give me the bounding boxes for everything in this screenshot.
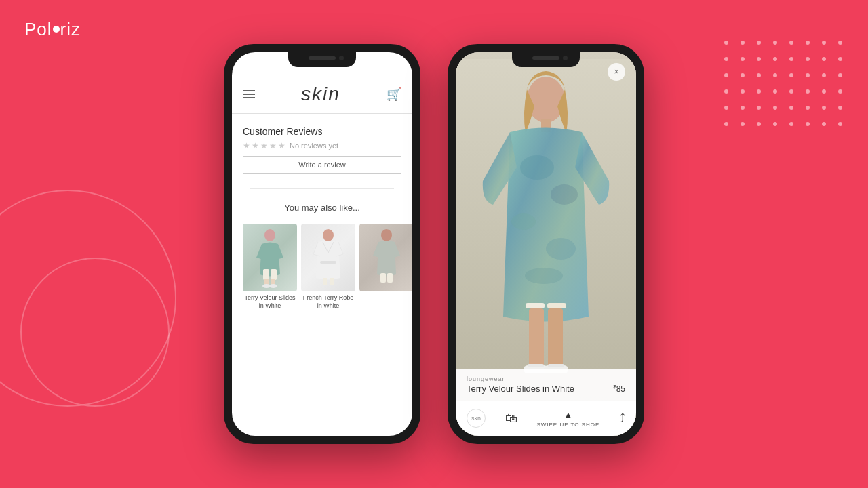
stars-display: ★ ★ ★ ★ ★: [243, 141, 285, 150]
phone-screen-right: × loungewear Terry Velour Slides in Whit…: [456, 52, 636, 436]
product-figure-1: [250, 227, 290, 288]
product-info-bar: loungewear Terry Velour Slides in White …: [456, 369, 636, 401]
bag-icon[interactable]: 🛍: [505, 411, 517, 426]
svg-point-6: [269, 284, 277, 288]
svg-rect-8: [320, 261, 336, 264]
product-category: loungewear: [467, 375, 625, 382]
swipe-up-label: SWIPE UP TO SHOP: [536, 422, 599, 428]
phone1-header: skin 🛒: [232, 78, 412, 108]
brand-icon[interactable]: skn: [467, 409, 486, 428]
svg-point-15: [527, 77, 565, 123]
svg-rect-10: [330, 278, 334, 285]
no-reviews-text: No reviews yet: [290, 142, 338, 150]
svg-rect-2: [271, 269, 277, 280]
chevron-up-icon: ▲: [564, 409, 573, 420]
svg-rect-29: [548, 364, 564, 367]
svg-rect-22: [526, 303, 545, 308]
share-icon[interactable]: ⤴: [619, 411, 625, 426]
phone-left: skin 🛒 Customer Reviews ★ ★ ★ ★ ★: [224, 44, 420, 444]
product-img-2: [301, 224, 355, 291]
stars-row: ★ ★ ★ ★ ★ No reviews yet: [243, 141, 401, 150]
svg-rect-13: [387, 273, 393, 283]
app-logo: Polriz: [24, 19, 81, 40]
star-3: ★: [260, 141, 268, 150]
section-divider: [250, 188, 395, 189]
svg-point-19: [511, 214, 536, 230]
svg-rect-24: [529, 308, 544, 369]
product-card-1[interactable]: Terry Velour Slides in White: [243, 224, 297, 310]
star-1: ★: [243, 141, 250, 150]
product-figure-3: [366, 227, 407, 288]
phone-screen-left: skin 🛒 Customer Reviews ★ ★ ★ ★ ★: [232, 52, 412, 436]
phone-right: × loungewear Terry Velour Slides in Whit…: [448, 44, 644, 444]
product-figure-2: [308, 227, 349, 288]
product-name: Terry Velour Slides in White: [467, 384, 574, 394]
model-image: [456, 59, 636, 418]
star-4: ★: [269, 141, 277, 150]
svg-rect-28: [528, 364, 544, 367]
product-title-1: Terry Velour Slides in White: [243, 294, 297, 310]
svg-point-0: [264, 229, 275, 241]
svg-point-11: [381, 229, 392, 241]
star-5: ★: [278, 141, 285, 150]
you-may-like-section: You may also like...: [232, 197, 412, 221]
notch-camera: [339, 56, 344, 60]
phones-container: skin 🛒 Customer Reviews ★ ★ ★ ★ ★: [224, 44, 644, 444]
notch-speaker: [309, 56, 336, 60]
cart-icon[interactable]: 🛒: [387, 87, 401, 102]
product-price: $85: [613, 384, 625, 394]
brand-name: skin: [301, 83, 340, 105]
svg-rect-1: [263, 269, 269, 280]
dot-grid-decoration: [724, 41, 848, 131]
svg-point-21: [525, 268, 563, 284]
bottom-bar: skn 🛍 ▲ SWIPE UP TO SHOP ⤴: [456, 401, 636, 436]
star-2: ★: [252, 141, 259, 150]
product-photo: × loungewear Terry Velour Slides in Whit…: [456, 52, 636, 436]
product-img-1: [243, 224, 297, 291]
products-row: Terry Velour Slides in White: [232, 221, 412, 312]
product-img-3: [359, 224, 412, 291]
notch-speaker-right: [532, 56, 559, 60]
phone-notch-left: [288, 52, 356, 67]
svg-rect-25: [548, 308, 563, 369]
logo-dot: [53, 26, 60, 33]
you-may-like-title: You may also like...: [243, 203, 401, 213]
close-button[interactable]: ×: [608, 63, 625, 81]
svg-rect-12: [380, 273, 386, 283]
svg-rect-23: [547, 303, 566, 308]
brand-abbr: skn: [471, 415, 481, 422]
phone2-content: × loungewear Terry Velour Slides in Whit…: [456, 52, 636, 436]
product-title-2: French Terry Robe in White: [301, 294, 355, 310]
product-card-3[interactable]: [359, 224, 412, 310]
write-review-button[interactable]: Write a review: [243, 156, 401, 174]
phone1-content: skin 🛒 Customer Reviews ★ ★ ★ ★ ★: [232, 52, 412, 436]
svg-rect-9: [323, 278, 327, 285]
svg-point-7: [323, 229, 334, 241]
product-card-2[interactable]: French Terry Robe in White: [301, 224, 355, 310]
bg-circle-small: [20, 258, 170, 407]
reviews-section: Customer Reviews ★ ★ ★ ★ ★ No reviews ye…: [232, 119, 412, 180]
hamburger-icon[interactable]: [243, 90, 255, 98]
product-name-price: Terry Velour Slides in White $85: [467, 384, 625, 394]
swipe-up-section[interactable]: ▲ SWIPE UP TO SHOP: [536, 409, 599, 428]
header-divider: [232, 113, 412, 114]
notch-camera-right: [563, 56, 568, 60]
svg-point-17: [520, 155, 554, 180]
svg-point-20: [546, 238, 576, 260]
reviews-title: Customer Reviews: [243, 126, 401, 137]
phone-notch-right: [512, 52, 580, 67]
price-value: 85: [616, 384, 625, 394]
svg-point-18: [551, 184, 578, 205]
